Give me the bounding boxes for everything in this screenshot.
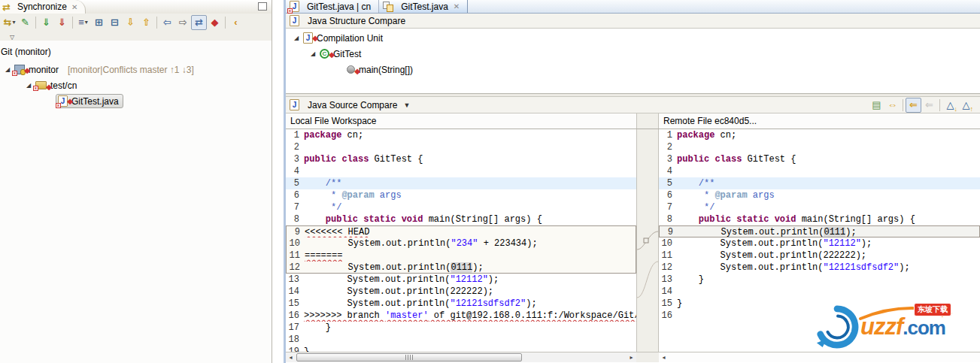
code-line[interactable]: 17 } — [286, 322, 636, 334]
collapse-all-button[interactable]: ⊟ — [107, 15, 123, 30]
scrollbar-grip-icon — [405, 355, 414, 360]
close-view-icon[interactable]: ✕ — [71, 3, 77, 11]
code-line[interactable]: 15 System.out.println("12121sdfsdf2"); — [286, 298, 636, 310]
structure-compare-title: Java Structure Compare — [308, 16, 405, 26]
synchronize-button[interactable]: ⇆▾ — [2, 15, 17, 30]
update-all-incoming-button[interactable]: ⇓ — [38, 15, 54, 30]
code-line[interactable]: 2 — [659, 141, 980, 153]
code-line[interactable]: 4 — [286, 165, 636, 177]
local-file-pane[interactable]: 1package cn;23public class GitTest {45 /… — [286, 129, 636, 352]
code-line[interactable]: 2 — [286, 141, 636, 153]
tree-item-content: J◆Compilation Unit — [301, 31, 387, 45]
synchronize-view-tab[interactable]: ⇄ Synchronize ✕ — [0, 0, 86, 14]
structure-item-gittest[interactable]: ◢C◆GitTest — [286, 46, 980, 62]
previous-difference-button[interactable]: △↑ — [958, 98, 974, 113]
code-line[interactable]: 1package cn; — [659, 129, 980, 141]
code-line[interactable]: 14 System.out.println(222222); — [286, 286, 636, 298]
ancestor-pane-toggle-button[interactable]: ▤ — [869, 98, 884, 113]
code-line[interactable]: 11======= — [286, 250, 636, 262]
conflicts-mode-button[interactable]: ◆ — [207, 15, 223, 30]
view-menu-dropdown-icon[interactable]: ▽ — [10, 34, 14, 41]
incoming-mode-button[interactable]: ⇦ — [159, 15, 175, 30]
code-line[interactable]: 4 — [659, 165, 980, 177]
code-text: public static void main(String[] args) { — [677, 213, 980, 225]
remote-file-header: Remote File ec840d5... — [659, 113, 980, 129]
diff-handle[interactable] — [644, 238, 648, 243]
remote-file-pane[interactable]: 1package cn;23public class GitTest {45 /… — [659, 129, 980, 352]
tree-item-test-cn[interactable]: ◢x◆test/cn — [0, 77, 272, 93]
structure-item-compilation-unit[interactable]: ◢J◆Compilation Unit — [286, 30, 980, 46]
code-text: /** — [677, 177, 980, 189]
expand-arrow-icon[interactable]: ◢ — [292, 35, 301, 41]
code-line[interactable]: 12 System.out.println("12121sdfsdf2"); — [659, 262, 980, 274]
right-horizontal-scrollbar[interactable]: ◂ — [659, 352, 980, 362]
code-line[interactable]: 13 System.out.println("12112"); — [286, 274, 636, 286]
swap-left-right-button[interactable]: ⇔ — [884, 98, 900, 113]
code-line[interactable]: 16>>>>>>> branch 'master' of git@192.168… — [286, 310, 636, 322]
code-line[interactable]: 15} — [659, 298, 980, 310]
source-compare-menu-dropdown-icon[interactable]: ▼ — [403, 101, 410, 109]
code-line[interactable]: 3public class GitTest { — [659, 153, 980, 165]
tree-item-gittest-java[interactable]: Jx◆GitTest.java — [0, 93, 272, 109]
java-file-error-icon: Jx◆ — [58, 95, 68, 107]
code-line[interactable]: 10 System.out.println("12112"); — [659, 237, 980, 250]
copy-all-right-to-left-button[interactable]: ⇐ — [906, 98, 921, 113]
code-text: */ — [304, 201, 636, 213]
code-line[interactable]: 16 — [659, 310, 980, 322]
editor-tab-gittest-compare[interactable]: GitTest.java✕ — [379, 0, 468, 13]
compare-pane-headers: Local File Workspace Remote File ec840d5… — [286, 113, 980, 129]
tree-item-monitor[interactable]: ◢x◆monitor[monitor|Conflicts master ↑1 ↓… — [0, 62, 272, 77]
code-line[interactable]: 19} — [286, 346, 636, 352]
scroll-left-arrow-icon[interactable]: ◂ — [659, 354, 669, 361]
editor-tab-gittest-cn[interactable]: JxGitTest.java | cn — [286, 0, 379, 13]
expand-arrow-icon[interactable]: ◢ — [3, 66, 12, 73]
scroll-right-arrow-icon[interactable]: ▸ — [627, 354, 636, 361]
expand-arrow-icon[interactable]: ◢ — [24, 82, 33, 89]
code-line[interactable]: 9 System.out.println(0111); — [659, 225, 980, 237]
code-text: package cn; — [677, 129, 980, 141]
code-line[interactable]: 10 System.out.println("234" + 223434); — [286, 237, 636, 250]
scrollbar-thumb[interactable] — [296, 353, 522, 361]
code-line[interactable]: 7 */ — [286, 201, 636, 213]
previous-change-button[interactable]: ⇧ — [138, 15, 154, 30]
code-line[interactable]: 3public class GitTest { — [286, 153, 636, 165]
code-line[interactable]: 5 /** — [286, 177, 636, 189]
code-line[interactable]: 8 public static void main(String[] args)… — [286, 213, 636, 225]
code-line[interactable]: 12 System.out.println(0111); — [286, 262, 636, 274]
incoming-outgoing-mode-button[interactable]: ⇄ — [191, 15, 207, 30]
expand-all-button[interactable]: ⊞ — [91, 15, 107, 30]
pin-synchronization-button[interactable]: ✎ — [17, 15, 33, 30]
maximize-view-button[interactable] — [258, 2, 267, 11]
line-number: 17 — [286, 322, 304, 334]
scroll-left-arrow-icon[interactable]: ◂ — [286, 354, 296, 361]
code-line[interactable]: 8 public static void main(String[] args)… — [659, 213, 980, 225]
commit-all-outgoing-button[interactable]: ⇓ — [54, 15, 70, 30]
next-change-button[interactable]: ⇩ — [123, 15, 138, 30]
toolbar-overflow-button[interactable]: ‹ — [228, 15, 244, 30]
code-line[interactable]: 6 * @param args — [659, 189, 980, 201]
left-horizontal-scrollbar[interactable]: ◂ ▸ — [286, 352, 636, 362]
code-line[interactable]: 1package cn; — [286, 129, 636, 141]
code-text — [677, 165, 980, 177]
code-line[interactable]: 5 /** — [659, 177, 980, 189]
outgoing-mode-button[interactable]: ⇨ — [175, 15, 191, 30]
structure-item-main[interactable]: ◆main(String[]) — [286, 62, 980, 77]
code-line[interactable]: 11 System.out.println(222222); — [659, 250, 980, 262]
tree-item-label: main(String[]) — [359, 65, 413, 75]
code-text: System.out.println("12112"); — [677, 237, 980, 250]
code-line[interactable]: 9<<<<<<< HEAD — [286, 225, 636, 237]
code-line[interactable]: 18 — [286, 334, 636, 346]
line-number: 4 — [286, 165, 304, 177]
method-icon: ◆ — [347, 65, 355, 74]
code-text — [677, 310, 980, 322]
code-line[interactable]: 14 — [659, 286, 980, 298]
change-presentation-button[interactable]: ≡▾ — [75, 15, 91, 30]
sash-divider[interactable] — [272, 0, 286, 363]
code-line[interactable]: 7 */ — [659, 201, 980, 213]
code-line[interactable]: 13 } — [659, 274, 980, 286]
line-number: 13 — [286, 274, 304, 286]
expand-arrow-icon[interactable]: ◢ — [308, 50, 317, 57]
next-difference-button[interactable]: △↓ — [942, 98, 958, 113]
code-line[interactable]: 6 * @param args — [286, 189, 636, 201]
close-tab-icon[interactable]: ✕ — [454, 2, 460, 11]
